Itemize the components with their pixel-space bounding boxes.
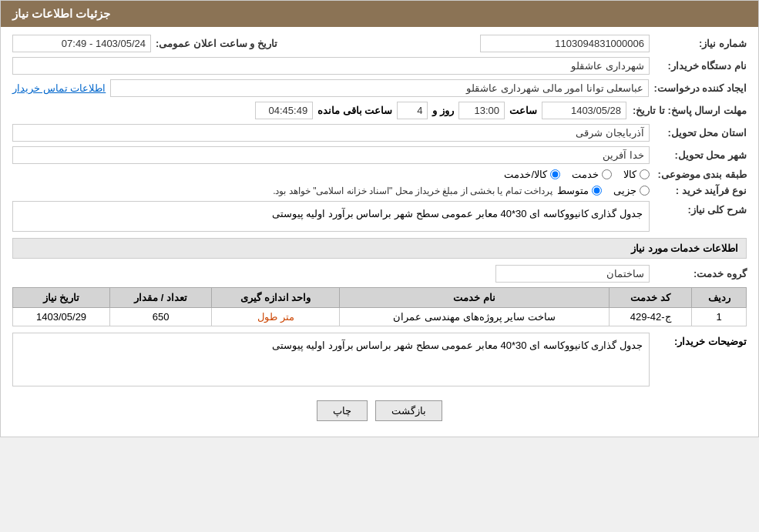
- deadline-time-label: ساعت: [509, 105, 537, 116]
- deadline-time: 13:00: [458, 102, 505, 119]
- process-radio-motavasset[interactable]: [592, 186, 602, 196]
- category-radio-group: کالا خدمت کالا/خدمت: [504, 169, 650, 180]
- process-label: نوع فرآیند خرید :: [654, 185, 747, 196]
- deadline-days: 4: [397, 102, 428, 119]
- service-group-value: ساختمان: [495, 265, 650, 283]
- category-label-khedmat: خدمت: [572, 169, 599, 180]
- deadline-date: 1403/05/28: [542, 102, 626, 119]
- category-option-kala-khedmat[interactable]: کالا/خدمت: [504, 169, 560, 180]
- process-radio-jozyi[interactable]: [640, 186, 650, 196]
- general-desc-row: شرح کلی نیاز: جدول گذاری کانیووکاسه ای 3…: [12, 201, 747, 232]
- category-option-khedmat[interactable]: خدمت: [572, 169, 612, 180]
- buyer-org-label: نام دستگاه خریدار:: [654, 60, 747, 72]
- cell-row-num: 1: [692, 308, 747, 326]
- category-option-kala[interactable]: کالا: [623, 169, 650, 180]
- creator-row: ایجاد کننده درخواست: عباسعلی توانا امور …: [12, 79, 747, 97]
- print-button[interactable]: چاپ: [317, 400, 368, 421]
- page-title: جزئیات اطلاعات نیاز: [12, 7, 110, 20]
- creator-contact-link[interactable]: اطلاعات تماس خریدار: [12, 82, 106, 94]
- city-value: خدا آفرین: [12, 146, 650, 164]
- announcement-date-label: تاریخ و ساعت اعلان عمومی:: [156, 38, 277, 49]
- category-label-kala: کالا: [623, 169, 636, 180]
- deadline-remaining-label: ساعت باقی مانده: [317, 105, 392, 116]
- page-header: جزئیات اطلاعات نیاز: [1, 1, 758, 27]
- buyer-org-value: شهرداری عاشقلو: [12, 57, 650, 75]
- process-radio-group: جزیی متوسط: [557, 185, 650, 196]
- process-label-motavasset: متوسط: [557, 185, 589, 196]
- category-row: طبقه بندی موضوعی: کالا خدمت کالا/خدمت: [12, 169, 747, 180]
- col-header-need-date: تاریخ نیاز: [13, 288, 110, 308]
- buyer-desc-row: توضیحات خریدار: جدول گذاری کانیووکاسه ای…: [12, 333, 747, 386]
- deadline-days-label: روز و: [432, 105, 454, 116]
- general-desc-value: جدول گذاری کانیووکاسه ای 30*40 معابر عمو…: [12, 201, 650, 232]
- col-header-quantity: تعداد / مقدار: [110, 288, 212, 308]
- cell-need-date: 1403/05/29: [13, 308, 110, 326]
- category-label: طبقه بندی موضوعی:: [654, 169, 747, 180]
- col-header-service-name: نام خدمت: [340, 288, 610, 308]
- services-info-title: اطلاعات خدمات مورد نیاز: [12, 238, 747, 259]
- process-row: نوع فرآیند خرید : جزیی متوسط پرداخت تمام…: [12, 185, 747, 196]
- creator-label: ایجاد کننده درخواست:: [653, 82, 747, 94]
- category-label-kala-khedmat: کالا/خدمت: [504, 169, 547, 180]
- need-number-value: 1103094831000006: [480, 35, 650, 52]
- content-area: شماره نیاز: 1103094831000006 تاریخ و ساع…: [1, 27, 758, 437]
- service-group-row: گروه خدمت: ساختمان: [12, 265, 747, 283]
- process-option-motavasset[interactable]: متوسط: [557, 185, 602, 196]
- buyer-org-row: نام دستگاه خریدار: شهرداری عاشقلو: [12, 57, 747, 75]
- city-row: شهر محل تحویل: خدا آفرین: [12, 146, 747, 164]
- back-button[interactable]: بازگشت: [375, 400, 442, 421]
- buyer-desc-value: جدول گذاری کانیووکاسه ای 30*40 معابر عمو…: [12, 333, 650, 386]
- process-label-jozyi: جزیی: [613, 185, 636, 196]
- need-number-row: شماره نیاز: 1103094831000006 تاریخ و ساع…: [12, 35, 747, 52]
- process-note: پرداخت تمام یا بخشی از مبلغ خریداز محل "…: [273, 186, 552, 196]
- table-row: 1 ج-42-429 ساخت سایر پروژه‌های مهندسی عم…: [13, 308, 747, 326]
- buyer-desc-label: توضیحات خریدار:: [654, 333, 747, 347]
- buttons-row: بازگشت چاپ: [12, 393, 747, 429]
- city-label: شهر محل تحویل:: [654, 149, 747, 161]
- col-header-row-num: ردیف: [692, 288, 747, 308]
- page-wrapper: جزئیات اطلاعات نیاز شماره نیاز: 11030948…: [0, 0, 759, 437]
- deadline-row: مهلت ارسال پاسخ: تا تاریخ: 1403/05/28 سا…: [12, 102, 747, 119]
- cell-quantity: 650: [110, 308, 212, 326]
- province-label: استان محل تحویل:: [654, 127, 747, 139]
- category-radio-kala[interactable]: [640, 169, 650, 179]
- col-header-unit: واحد اندازه گیری: [212, 288, 340, 308]
- general-desc-label: شرح کلی نیاز:: [654, 201, 747, 216]
- province-value: آذربایجان شرقی: [12, 124, 650, 142]
- need-number-label: شماره نیاز:: [654, 38, 747, 49]
- deadline-remaining: 04:45:49: [255, 102, 313, 119]
- category-radio-kala-khedmat[interactable]: [550, 169, 560, 179]
- category-radio-khedmat[interactable]: [602, 169, 612, 179]
- cell-service-name: ساخت سایر پروژه‌های مهندسی عمران: [340, 308, 610, 326]
- deadline-label: مهلت ارسال پاسخ: تا تاریخ:: [631, 105, 747, 116]
- province-row: استان محل تحویل: آذربایجان شرقی: [12, 124, 747, 142]
- process-option-jozyi[interactable]: جزیی: [613, 185, 650, 196]
- cell-service-code: ج-42-429: [609, 308, 691, 326]
- col-header-service-code: کد خدمت: [609, 288, 691, 308]
- cell-unit: متر طول: [212, 308, 340, 326]
- services-table: ردیف کد خدمت نام خدمت واحد اندازه گیری ت…: [12, 287, 747, 326]
- announcement-date-value: 1403/05/24 - 07:49: [12, 35, 151, 52]
- service-group-label: گروه خدمت:: [654, 268, 747, 279]
- creator-value: عباسعلی توانا امور مالی شهرداری عاشقلو: [110, 79, 649, 97]
